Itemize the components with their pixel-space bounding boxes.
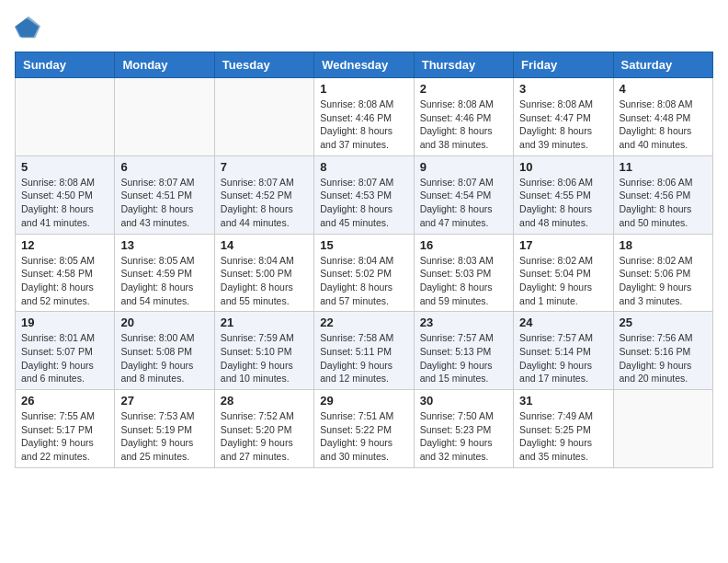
calendar-cell: 27Sunrise: 7:53 AM Sunset: 5:19 PM Dayli… — [115, 390, 214, 468]
day-info: Sunrise: 8:05 AM Sunset: 4:58 PM Dayligh… — [21, 254, 108, 308]
day-number: 21 — [221, 316, 308, 329]
day-header-thursday: Thursday — [414, 52, 513, 78]
calendar-cell: 11Sunrise: 8:06 AM Sunset: 4:56 PM Dayli… — [613, 155, 712, 234]
day-header-sunday: Sunday — [16, 52, 115, 78]
day-number: 1 — [320, 82, 407, 96]
day-number: 2 — [420, 82, 507, 96]
day-number: 7 — [221, 160, 308, 174]
calendar-cell: 7Sunrise: 8:07 AM Sunset: 4:52 PM Daylig… — [214, 155, 313, 234]
day-info: Sunrise: 7:57 AM Sunset: 5:14 PM Dayligh… — [519, 331, 607, 385]
day-info: Sunrise: 7:58 AM Sunset: 5:11 PM Dayligh… — [320, 331, 407, 385]
day-info: Sunrise: 8:07 AM Sunset: 4:52 PM Dayligh… — [221, 176, 308, 230]
day-info: Sunrise: 8:08 AM Sunset: 4:50 PM Dayligh… — [21, 176, 108, 230]
day-header-saturday: Saturday — [613, 52, 712, 78]
day-info: Sunrise: 7:50 AM Sunset: 5:23 PM Dayligh… — [420, 409, 507, 464]
day-number: 17 — [519, 238, 607, 252]
calendar-table: SundayMondayTuesdayWednesdayThursdayFrid… — [15, 52, 713, 468]
calendar-cell: 2Sunrise: 8:08 AM Sunset: 4:46 PM Daylig… — [414, 78, 513, 156]
day-info: Sunrise: 7:53 AM Sunset: 5:19 PM Dayligh… — [120, 409, 208, 464]
day-info: Sunrise: 7:51 AM Sunset: 5:22 PM Dayligh… — [320, 409, 407, 464]
calendar-week-row: 26Sunrise: 7:55 AM Sunset: 5:17 PM Dayli… — [16, 390, 713, 468]
calendar-cell: 17Sunrise: 8:02 AM Sunset: 5:04 PM Dayli… — [514, 234, 613, 312]
day-info: Sunrise: 8:04 AM Sunset: 5:00 PM Dayligh… — [221, 254, 308, 308]
day-info: Sunrise: 8:05 AM Sunset: 4:59 PM Dayligh… — [120, 254, 208, 308]
day-number: 26 — [21, 394, 108, 408]
day-info: Sunrise: 7:57 AM Sunset: 5:13 PM Dayligh… — [420, 331, 507, 385]
calendar-cell: 5Sunrise: 8:08 AM Sunset: 4:50 PM Daylig… — [16, 155, 115, 234]
calendar-cell — [115, 78, 214, 156]
day-info: Sunrise: 7:55 AM Sunset: 5:17 PM Dayligh… — [21, 409, 108, 464]
calendar-cell: 8Sunrise: 8:07 AM Sunset: 4:53 PM Daylig… — [314, 155, 414, 234]
day-number: 8 — [320, 160, 407, 174]
calendar-cell: 13Sunrise: 8:05 AM Sunset: 4:59 PM Dayli… — [115, 234, 214, 312]
day-info: Sunrise: 7:52 AM Sunset: 5:20 PM Dayligh… — [221, 409, 308, 464]
day-number: 16 — [420, 238, 507, 252]
day-info: Sunrise: 8:07 AM Sunset: 4:53 PM Dayligh… — [320, 176, 407, 230]
day-number: 6 — [120, 160, 208, 174]
day-number: 12 — [21, 238, 108, 252]
logo-icon — [15, 15, 40, 40]
calendar-cell — [214, 78, 313, 156]
day-info: Sunrise: 8:07 AM Sunset: 4:51 PM Dayligh… — [120, 176, 208, 230]
calendar-cell — [613, 390, 712, 468]
day-info: Sunrise: 8:01 AM Sunset: 5:07 PM Dayligh… — [21, 331, 108, 385]
day-info: Sunrise: 8:08 AM Sunset: 4:46 PM Dayligh… — [320, 98, 407, 152]
calendar-cell: 18Sunrise: 8:02 AM Sunset: 5:06 PM Dayli… — [613, 234, 712, 312]
day-number: 3 — [519, 82, 607, 96]
day-number: 10 — [519, 160, 607, 174]
calendar-cell: 16Sunrise: 8:03 AM Sunset: 5:03 PM Dayli… — [414, 234, 513, 312]
day-number: 18 — [620, 238, 707, 252]
day-info: Sunrise: 7:56 AM Sunset: 5:16 PM Dayligh… — [620, 331, 707, 385]
calendar-cell: 6Sunrise: 8:07 AM Sunset: 4:51 PM Daylig… — [115, 155, 214, 234]
day-header-wednesday: Wednesday — [314, 52, 414, 78]
calendar-cell: 30Sunrise: 7:50 AM Sunset: 5:23 PM Dayli… — [414, 390, 513, 468]
calendar-cell: 3Sunrise: 8:08 AM Sunset: 4:47 PM Daylig… — [514, 78, 613, 156]
calendar-cell: 22Sunrise: 7:58 AM Sunset: 5:11 PM Dayli… — [314, 312, 414, 390]
day-number: 24 — [519, 316, 607, 329]
day-number: 27 — [120, 394, 208, 408]
day-header-friday: Friday — [514, 52, 613, 78]
calendar-cell: 29Sunrise: 7:51 AM Sunset: 5:22 PM Dayli… — [314, 390, 414, 468]
calendar-cell: 23Sunrise: 7:57 AM Sunset: 5:13 PM Dayli… — [414, 312, 513, 390]
day-info: Sunrise: 8:04 AM Sunset: 5:02 PM Dayligh… — [320, 254, 407, 308]
calendar-cell: 1Sunrise: 8:08 AM Sunset: 4:46 PM Daylig… — [314, 78, 414, 156]
day-number: 28 — [221, 394, 308, 408]
day-header-tuesday: Tuesday — [214, 52, 313, 78]
day-number: 25 — [620, 316, 707, 329]
day-info: Sunrise: 8:06 AM Sunset: 4:55 PM Dayligh… — [519, 176, 607, 230]
calendar-cell: 31Sunrise: 7:49 AM Sunset: 5:25 PM Dayli… — [514, 390, 613, 468]
calendar-cell: 28Sunrise: 7:52 AM Sunset: 5:20 PM Dayli… — [214, 390, 313, 468]
calendar-week-row: 12Sunrise: 8:05 AM Sunset: 4:58 PM Dayli… — [16, 234, 713, 312]
page-header — [15, 15, 713, 40]
day-number: 29 — [320, 394, 407, 408]
day-number: 11 — [620, 160, 707, 174]
calendar-cell: 25Sunrise: 7:56 AM Sunset: 5:16 PM Dayli… — [613, 312, 712, 390]
calendar-cell: 12Sunrise: 8:05 AM Sunset: 4:58 PM Dayli… — [16, 234, 115, 312]
day-info: Sunrise: 8:08 AM Sunset: 4:46 PM Dayligh… — [420, 98, 507, 152]
day-number: 30 — [420, 394, 507, 408]
day-info: Sunrise: 8:06 AM Sunset: 4:56 PM Dayligh… — [620, 176, 707, 230]
day-info: Sunrise: 8:07 AM Sunset: 4:54 PM Dayligh… — [420, 176, 507, 230]
day-info: Sunrise: 8:08 AM Sunset: 4:48 PM Dayligh… — [620, 98, 707, 152]
day-number: 14 — [221, 238, 308, 252]
calendar-cell: 14Sunrise: 8:04 AM Sunset: 5:00 PM Dayli… — [214, 234, 313, 312]
day-number: 9 — [420, 160, 507, 174]
day-info: Sunrise: 7:59 AM Sunset: 5:10 PM Dayligh… — [221, 331, 308, 385]
calendar-cell: 4Sunrise: 8:08 AM Sunset: 4:48 PM Daylig… — [613, 78, 712, 156]
calendar-cell: 19Sunrise: 8:01 AM Sunset: 5:07 PM Dayli… — [16, 312, 115, 390]
day-number: 22 — [320, 316, 407, 329]
day-info: Sunrise: 8:03 AM Sunset: 5:03 PM Dayligh… — [420, 254, 507, 308]
day-number: 20 — [120, 316, 208, 329]
calendar-cell: 24Sunrise: 7:57 AM Sunset: 5:14 PM Dayli… — [514, 312, 613, 390]
calendar-cell: 21Sunrise: 7:59 AM Sunset: 5:10 PM Dayli… — [214, 312, 313, 390]
logo — [15, 15, 44, 40]
calendar-week-row: 19Sunrise: 8:01 AM Sunset: 5:07 PM Dayli… — [16, 312, 713, 390]
calendar-cell: 9Sunrise: 8:07 AM Sunset: 4:54 PM Daylig… — [414, 155, 513, 234]
calendar-cell: 26Sunrise: 7:55 AM Sunset: 5:17 PM Dayli… — [16, 390, 115, 468]
day-number: 4 — [620, 82, 707, 96]
calendar-cell: 10Sunrise: 8:06 AM Sunset: 4:55 PM Dayli… — [514, 155, 613, 234]
day-number: 5 — [21, 160, 108, 174]
day-number: 13 — [120, 238, 208, 252]
day-header-monday: Monday — [115, 52, 214, 78]
calendar-week-row: 1Sunrise: 8:08 AM Sunset: 4:46 PM Daylig… — [16, 78, 713, 156]
